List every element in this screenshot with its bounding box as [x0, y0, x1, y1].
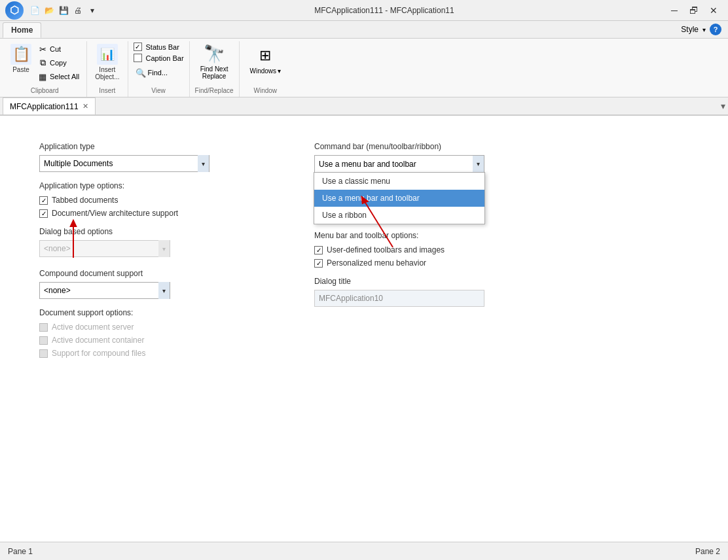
- paste-button[interactable]: 📋 Paste: [8, 43, 34, 75]
- select-all-icon: ▦: [37, 71, 48, 82]
- window-controls: ─ 🗗 ✕: [665, 4, 723, 17]
- command-bar-dropdown: Use a classic menu Use a menu bar and to…: [314, 172, 485, 224]
- dialog-options-select: <none> ▾: [39, 240, 170, 257]
- pane1-label: Pane 1: [8, 547, 33, 556]
- main-content: Application type Multiple Documents ▾ Ap…: [0, 116, 728, 560]
- status-bar-checkbox[interactable]: ✓: [134, 43, 142, 51]
- find-button[interactable]: 🔍 Find...: [134, 66, 184, 79]
- print-button[interactable]: 🖨: [72, 5, 84, 16]
- caption-bar-checkbox[interactable]: [134, 54, 142, 62]
- tab-bar-dropdown[interactable]: ▾: [721, 101, 725, 111]
- save-button[interactable]: 💾: [58, 5, 69, 16]
- active-doc-container-checkbox: [39, 336, 48, 345]
- ribbon-group-view: ✓ Status Bar Caption Bar 🔍 Find...: [128, 41, 190, 97]
- option-classic-menu[interactable]: Use a classic menu: [314, 173, 484, 190]
- find-next-replace-button[interactable]: 🔭 Find Next Replace: [198, 43, 231, 81]
- dialog-options-arrow: ▾: [158, 240, 170, 257]
- close-button[interactable]: ✕: [704, 4, 723, 17]
- pane2-label: Pane 2: [695, 547, 720, 556]
- tab-bar: MFCApplication111 ✕ ▾: [0, 97, 728, 116]
- minimize-button[interactable]: ─: [665, 4, 683, 17]
- open-button[interactable]: 📂: [43, 5, 55, 16]
- insert-object-button[interactable]: 📊 InsertObject...: [92, 43, 122, 82]
- cut-icon: ✂: [37, 44, 48, 54]
- ribbon: Home Style ▾ ? 📋 Paste: [0, 21, 728, 97]
- ribbon-group-insert: 📊 InsertObject... Insert: [87, 41, 128, 97]
- insert-icon: 📊: [97, 44, 118, 65]
- tab-close-button[interactable]: ✕: [82, 102, 88, 111]
- command-bar-select[interactable]: Use a menu bar and toolbar ▾: [314, 155, 484, 172]
- app-type-options: Application type options: ✓ Tabbed docum…: [39, 181, 262, 218]
- status-bar: Pane 1 Pane 2: [0, 542, 728, 560]
- cut-button[interactable]: ✂ Cut: [35, 43, 81, 56]
- dialog-title-input[interactable]: [314, 290, 484, 307]
- document-tab[interactable]: MFCApplication111 ✕: [3, 97, 96, 114]
- app-type-label: Application type: [39, 142, 262, 151]
- personalized-menu-checkbox[interactable]: ✓: [314, 259, 323, 268]
- support-compound-checkbox: [39, 349, 48, 358]
- command-bar-label: Command bar (menu/toolbar/ribbon): [314, 142, 537, 151]
- style-dropdown[interactable]: ▾: [702, 26, 706, 33]
- tab-home[interactable]: Home: [3, 22, 41, 38]
- compound-doc-label: Compound document support: [39, 269, 262, 278]
- left-panel: Application type Multiple Documents ▾ Ap…: [39, 135, 262, 546]
- find-replace-buttons: 🔭 Find Next Replace: [198, 43, 231, 81]
- windows-button[interactable]: ⊞ Windows ▾: [245, 43, 287, 76]
- docview-option: ✓ Document/View architecture support: [39, 209, 262, 218]
- app-type-dropdown-arrow: ▾: [198, 155, 209, 172]
- tabbed-docs-checkbox[interactable]: ✓: [39, 196, 48, 205]
- user-defined-checkbox[interactable]: ✓: [314, 246, 323, 254]
- style-label[interactable]: Style: [681, 25, 699, 34]
- active-doc-server-checkbox: [39, 323, 48, 332]
- option-ribbon[interactable]: Use a ribbon: [314, 207, 484, 224]
- qa-dropdown[interactable]: ▾: [86, 5, 98, 16]
- dialog-title-label: Dialog title: [314, 277, 537, 286]
- docview-checkbox[interactable]: ✓: [39, 209, 48, 218]
- dialog-options-label: Dialog based options: [39, 227, 262, 236]
- windows-icon: ⊞: [253, 44, 277, 67]
- ribbon-tabs: Home Style ▾ ?: [0, 21, 728, 38]
- paste-icon: 📋: [10, 44, 31, 65]
- menu-toolbar-options: Menu bar and toolbar options: ✓ User-def…: [314, 231, 537, 268]
- command-bar-arrow: ▾: [473, 156, 484, 173]
- copy-icon: ⧉: [37, 58, 48, 68]
- copy-button[interactable]: ⧉ Copy: [35, 56, 81, 69]
- compound-doc-arrow: ▾: [158, 282, 170, 299]
- view-checks: ✓ Status Bar Caption Bar 🔍 Find...: [134, 43, 184, 79]
- quick-access-toolbar: 📄 📂 💾 🖨 ▾: [29, 5, 98, 16]
- user-defined-option: ✓ User-defined toolbars and images: [314, 245, 537, 254]
- tabbed-docs-option: ✓ Tabbed documents: [39, 196, 262, 205]
- restore-button[interactable]: 🗗: [685, 4, 703, 17]
- ribbon-group-clipboard: 📋 Paste ✂ Cut ⧉ Copy: [3, 41, 87, 97]
- select-all-button[interactable]: ▦ Select All: [35, 70, 81, 83]
- right-panel: Command bar (menu/toolbar/ribbon) Use a …: [314, 135, 537, 546]
- find-icon: 🔍: [136, 67, 146, 78]
- ribbon-content: 📋 Paste ✂ Cut ⧉ Copy: [0, 38, 728, 97]
- ribbon-group-window: ⊞ Windows ▾ Window: [240, 41, 292, 97]
- binoculars-icon: 🔭: [204, 44, 225, 64]
- ribbon-group-findreplace: 🔭 Find Next Replace Find/Replace: [190, 41, 240, 97]
- compound-doc-select[interactable]: <none> ▾: [39, 282, 170, 299]
- window-title: MFCApplication111 - MFCApplication11: [103, 6, 665, 15]
- clipboard-small-buttons: ✂ Cut ⧉ Copy ▦ Select All: [35, 43, 81, 83]
- option-menu-toolbar[interactable]: Use a menu bar and toolbar: [314, 190, 484, 207]
- help-button[interactable]: ?: [710, 24, 721, 35]
- app-logo: ⬡: [5, 1, 24, 20]
- app-type-select[interactable]: Multiple Documents ▾: [39, 155, 209, 172]
- new-button[interactable]: 📄: [29, 5, 41, 16]
- doc-support-options: Document support options: Active documen…: [39, 308, 262, 358]
- personalized-menu-option: ✓ Personalized menu behavior: [314, 258, 537, 268]
- title-bar: ⬡ 📄 📂 💾 🖨 ▾ MFCApplication111 - MFCAppli…: [0, 0, 728, 21]
